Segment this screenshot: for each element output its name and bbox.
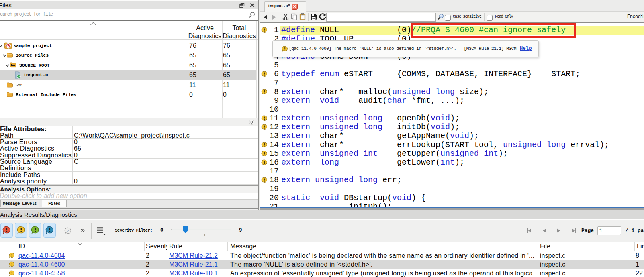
svg-text:2: 2	[67, 229, 69, 233]
